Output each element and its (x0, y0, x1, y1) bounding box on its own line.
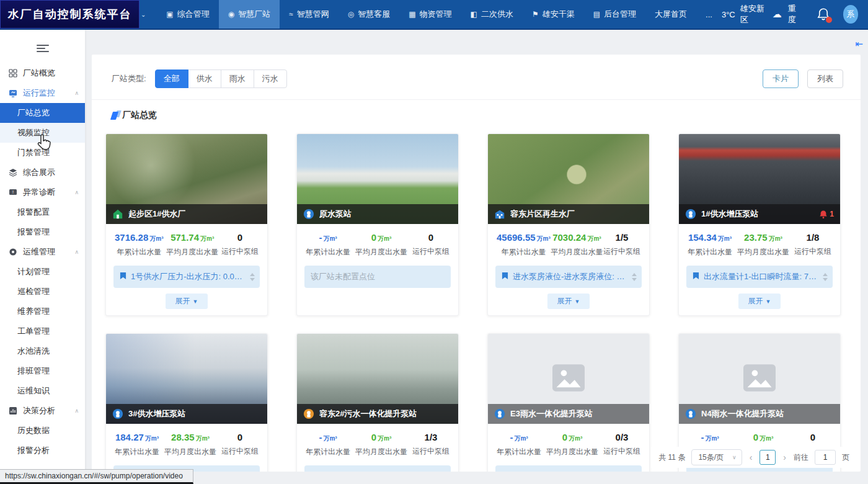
nav-item-secondary-supply[interactable]: ◧二次供水 (461, 0, 523, 29)
station-photo: 原水泵站 (297, 134, 458, 224)
chevron-up-icon: ∧ (74, 189, 79, 195)
nav-item-integrated-mgmt[interactable]: ▣综合管理 (157, 0, 218, 29)
goto-page-input[interactable] (815, 450, 836, 465)
station-card[interactable]: 3#供水增压泵站 184.27万m³年累计出水量 28.35万m³平均月度出水量… (105, 333, 268, 472)
nav-item-smart-plant[interactable]: ◉智慧厂站 (219, 0, 280, 29)
expand-button[interactable]: 展开▼ (738, 294, 781, 309)
smart-service-icon: ◎ (348, 10, 354, 19)
sidebar-item-alarm-config[interactable]: 报警配置 (0, 202, 85, 222)
sidebar-item-shift-mgmt[interactable]: 排班管理 (0, 361, 85, 381)
tag-scroll-arrows[interactable] (250, 273, 255, 281)
topbar-right: 3°C 雄安新区 ☁ 重度 系 (722, 0, 868, 29)
expand-button[interactable]: 展开▼ (547, 294, 590, 309)
sidebar-item-access-control[interactable]: 门禁管理 (0, 143, 85, 163)
sidebar-group-operation-monitoring[interactable]: 运行监控 ∧ (0, 83, 85, 103)
sidebar-group-anomaly-diagnosis[interactable]: ! 异常诊断 ∧ (0, 182, 85, 202)
notification-bell-icon[interactable] (817, 7, 830, 21)
station-card[interactable]: 起步区1#供水厂 3716.28万m³年累计出水量 571.74万m³平均月度出… (105, 133, 268, 316)
nav-label: 智慧厂站 (238, 9, 270, 20)
sidebar-item-plan-mgmt[interactable]: 计划管理 (0, 262, 85, 282)
user-avatar[interactable]: 系 (843, 5, 858, 24)
nav-item-xiongan-canal[interactable]: ⚑雄安干渠 (523, 0, 584, 29)
station-stats: 45696.55万m³年累计出水量 7030.24万m³平均月度出水量 1/5运… (488, 224, 649, 264)
station-card[interactable]: 容东2#污水一体化提升泵站 -万m³年累计出水量 0万m³平均月度出水量 1/3… (296, 333, 459, 472)
current-page[interactable]: 1 (760, 450, 776, 465)
sidebar-label: 巡检管理 (17, 286, 50, 297)
station-card[interactable]: 原水泵站 -万m³年累计出水量 0万m³平均月度出水量 0运行中泵组 该厂站未配… (296, 133, 459, 316)
sidebar-item-station-overview[interactable]: 厂站总览 (0, 103, 85, 123)
year-output-value: - (510, 432, 513, 442)
sidebar-label: 历史数据 (17, 425, 50, 436)
sidebar-group-ops-mgmt[interactable]: 运维管理 ∧ (0, 242, 85, 262)
running-pumps-value: 1/8 (807, 232, 820, 243)
unit: 万m³ (323, 235, 337, 242)
nav-label: 综合管理 (177, 9, 210, 20)
station-point-tag[interactable]: 进水泵房液位-进水泵房液位: 4.298m (495, 266, 642, 288)
month-output-value: 571.74 (170, 232, 199, 243)
tag-scroll-arrows[interactable] (632, 273, 637, 281)
nav-item-dashboard-home[interactable]: 大屏首页 (645, 0, 696, 29)
pagination-total: 共 11 条 (658, 452, 685, 463)
main-panel: 厂站类型: 全部 供水 雨水 污水 卡片 列表 厂站总览 起步区1#供水厂 3 (92, 55, 861, 472)
tag-scroll-arrows[interactable] (823, 273, 828, 281)
sidebar-item-ops-knowledge[interactable]: 运维知识 (0, 381, 85, 401)
sidebar-group-decision-analysis[interactable]: 决策分析 ∧ (0, 401, 85, 421)
sidebar-item-plant-overview[interactable]: 厂站概览 (0, 63, 85, 83)
sidebar-item-historical-data[interactable]: 历史数据 (0, 421, 85, 441)
nav-item-smart-service[interactable]: ◎智慧客服 (339, 0, 399, 29)
list-view-button[interactable]: 列表 (807, 69, 843, 88)
filter-option-all[interactable]: 全部 (155, 69, 188, 88)
status-url: https://sw.chinaxiongan.cn/#/sw/pump/ope… (5, 472, 183, 480)
year-output-label: 年累计出水量 (497, 247, 551, 258)
year-output-label: 年累计出水量 (306, 447, 350, 457)
pump-icon (303, 408, 314, 419)
drawer-collapse-icon[interactable]: ⇤ (855, 38, 863, 50)
alarm-bell-icon (819, 210, 828, 219)
station-stats: 154.34万m³年累计出水量 23.75万m³平均月度出水量 1/8运行中泵组 (679, 224, 840, 264)
filter-option-supply[interactable]: 供水 (188, 69, 221, 88)
month-output-label: 平均月度出水量 (546, 447, 598, 457)
station-titlebar: 1#供水增压泵站 1 (679, 204, 840, 224)
station-point-tag[interactable]: 出水流量计1-出口瞬时流量: 7865.719m³/h (686, 266, 833, 288)
expand-button[interactable]: 展开▼ (166, 294, 208, 309)
station-title: 容东2#污水一体化提升泵站 (319, 408, 417, 419)
station-card[interactable]: 1#供水增压泵站 1 154.34万m³年累计出水量 23.75万m³平均月度出… (678, 133, 841, 316)
materials-icon: ▦ (409, 10, 415, 19)
year-output-label: 年累计出水量 (688, 247, 732, 258)
sidebar-label: 维养管理 (17, 306, 50, 317)
sidebar-collapse-icon[interactable] (37, 45, 49, 52)
filter-option-sewage[interactable]: 污水 (254, 69, 287, 88)
alarm-indicator[interactable]: 1 (819, 210, 834, 219)
filter-option-rain[interactable]: 雨水 (221, 69, 254, 88)
title-chevron-icon[interactable]: ⌄ (141, 11, 146, 18)
running-pumps-value: 0/3 (616, 432, 629, 442)
sidebar-item-integrated-display[interactable]: 综合展示 (0, 163, 85, 182)
station-photo: 1#供水增压泵站 1 (679, 134, 840, 224)
station-card[interactable]: E3雨水一体化提升泵站 -万m³年累计出水量 0万m³平均月度出水量 0/3运行… (487, 333, 650, 472)
month-output-value: 23.75 (744, 232, 768, 243)
card-view-button[interactable]: 卡片 (763, 69, 799, 88)
station-point-tag[interactable]: 1号供水厂压力-出水压力: 0.0MPa (113, 266, 260, 288)
next-page-icon[interactable]: › (782, 452, 787, 462)
month-output-value: 28.35 (171, 432, 195, 442)
sidebar-item-video-monitoring[interactable]: 视频监控 (0, 123, 85, 143)
page-size-select[interactable]: 15条/页∨ (691, 449, 742, 465)
sidebar-item-alarm-mgmt[interactable]: 报警管理 (0, 222, 85, 242)
prev-page-icon[interactable]: ‹ (748, 452, 754, 462)
nav-item-materials[interactable]: ▦物资管理 (399, 0, 461, 29)
sidebar-item-tank-cleaning[interactable]: 水池清洗 (0, 341, 85, 361)
nav-item-more[interactable]: ... (696, 0, 722, 29)
sidebar-item-inspection-mgmt[interactable]: 巡检管理 (0, 282, 85, 302)
sidebar-item-maintenance-mgmt[interactable]: 维养管理 (0, 302, 85, 321)
station-card[interactable]: 容东片区再生水厂 45696.55万m³年累计出水量 7030.24万m³平均月… (487, 133, 650, 316)
unit: 万m³ (718, 235, 732, 242)
station-stats: -万m³年累计出水量 0万m³平均月度出水量 1/3运行中泵组 (297, 424, 458, 464)
chevron-up-icon: ∧ (74, 249, 79, 255)
nav-label: 物资管理 (420, 9, 452, 20)
month-output-label: 平均月度出水量 (164, 447, 216, 457)
sidebar-item-workorder-mgmt[interactable]: 工单管理 (0, 321, 85, 341)
nav-item-backend-mgmt[interactable]: ▤后台管理 (584, 0, 645, 29)
sidebar-item-alarm-analysis[interactable]: 报警分析 (0, 441, 85, 460)
nav-item-smart-pipeline[interactable]: ≈智慧管网 (280, 0, 339, 29)
expand-label: 展开 (175, 297, 190, 305)
